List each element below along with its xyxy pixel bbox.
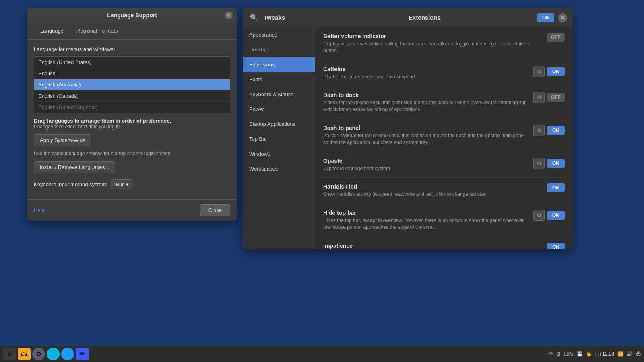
tab-language[interactable]: Language xyxy=(34,23,70,39)
sidebar-item-fonts[interactable]: Fonts xyxy=(243,72,315,87)
toggle-caffeine[interactable]: ON xyxy=(547,67,565,76)
close-button[interactable]: Close xyxy=(200,204,230,216)
sidebar-item-power[interactable]: Power xyxy=(243,102,315,117)
screen-icon[interactable]: 🖥 xyxy=(556,351,561,357)
drag-hint: Drag languages to arrange them in order … xyxy=(34,118,230,130)
browser-blue-icon[interactable]: 🌐 xyxy=(61,348,74,360)
sidebar-item-appearance[interactable]: Appearance xyxy=(243,27,315,42)
email-icon[interactable]: ✉ xyxy=(549,351,553,357)
ext-name-dash-dock: Dash to dock xyxy=(323,92,528,98)
tweaks-body: Appearance Desktop Extensions Fonts Keyb… xyxy=(243,27,573,249)
tweaks-title: Tweaks xyxy=(264,14,312,21)
toggle-dash-panel[interactable]: ON xyxy=(547,126,565,135)
ext-info-caffeine: Caffeine Disable the screensaver and aut… xyxy=(323,66,528,80)
help-button[interactable]: Help xyxy=(34,207,45,213)
tweaks-section-title: Extensions xyxy=(316,14,533,21)
speed-indicator: 0B/s xyxy=(564,351,574,357)
dialog-close-button[interactable]: ✕ xyxy=(225,11,233,19)
dialog-footer: Help Close xyxy=(27,199,237,221)
drag-hint-bold: Drag languages to arrange them in order … xyxy=(34,118,230,124)
gear-caffeine[interactable]: ⚙ xyxy=(533,66,545,77)
gear-gpaste[interactable]: ⚙ xyxy=(533,158,545,169)
ext-info-harddisk-led: Harddisk led Show harddisk activity (io … xyxy=(323,183,542,198)
volume-icon[interactable]: 🔊 xyxy=(627,351,633,357)
dialog-titlebar: Language Support ✕ xyxy=(27,8,237,23)
toggle-harddisk-led[interactable]: ON xyxy=(547,183,565,192)
toggle-hide-topbar[interactable]: ON xyxy=(547,211,565,220)
active-app-icon[interactable]: ✏ xyxy=(76,348,89,360)
sidebar-item-keyboard-mouse[interactable]: Keyboard & Mouse xyxy=(243,87,315,102)
browser-teal-icon[interactable]: 🌐 xyxy=(47,348,60,360)
power-icon[interactable]: ⏻ xyxy=(636,351,641,357)
wifi-icon[interactable]: 📶 xyxy=(617,351,623,357)
dialog-title: Language Support xyxy=(107,12,157,19)
ext-desc-dash-panel: An icon taskbar for the gnome shell. thi… xyxy=(323,132,528,146)
ext-item-harddisk-led: Harddisk led Show harddisk activity (io … xyxy=(315,178,573,204)
ext-info-dash-dock: Dash to dock A dock for the gnome shell.… xyxy=(323,92,528,113)
ext-name-caffeine: Caffeine xyxy=(323,66,528,72)
lang-item-us[interactable]: English (United States) xyxy=(34,57,230,68)
ext-controls-harddisk-led: ON xyxy=(547,183,565,192)
language-list: English (United States) English English … xyxy=(34,56,230,113)
sidebar-item-topbar[interactable]: Top Bar xyxy=(243,132,315,146)
ext-controls-caffeine: ⚙ ON xyxy=(533,66,565,77)
keyboard-method-select[interactable]: IBus ▾ xyxy=(111,179,133,189)
tweaks-sidebar: Appearance Desktop Extensions Fonts Keyb… xyxy=(243,27,315,249)
sidebar-item-desktop[interactable]: Desktop xyxy=(243,42,315,57)
hand-icon[interactable]: 🖐 xyxy=(586,351,592,357)
settings-icon[interactable]: ⚙ xyxy=(32,348,45,360)
ext-info-hide-topbar: Hide top bar Hides the top bar, except i… xyxy=(323,210,528,231)
toggle-better-volume[interactable]: OFF xyxy=(547,33,565,42)
ext-controls-dash-dock: ⚙ OFF xyxy=(533,92,565,103)
gear-dash-dock[interactable]: ⚙ xyxy=(533,92,545,103)
ext-info-impatience: Impatience Speed up the gnome-shell anim… xyxy=(323,243,542,249)
tab-regional-formats[interactable]: Regional Formats xyxy=(70,23,124,39)
apply-system-wide-button[interactable]: Apply System-Wide xyxy=(34,134,91,146)
ext-controls-hide-topbar: ⚙ ON xyxy=(533,210,565,221)
sidebar-item-windows[interactable]: Windows xyxy=(243,146,315,161)
toggle-gpaste[interactable]: ON xyxy=(547,159,565,168)
ext-desc-better-volume: Display volume level while scrolling the… xyxy=(323,41,542,54)
ext-item-hide-topbar: Hide top bar Hides the top bar, except i… xyxy=(315,204,573,237)
ext-info-dash-panel: Dash to panel An icon taskbar for the gn… xyxy=(323,125,528,146)
storage-icon[interactable]: 💾 xyxy=(577,351,583,357)
ext-item-better-volume: Better volume indicator Display volume l… xyxy=(315,27,573,60)
lang-item-uk[interactable]: English (United Kingdom) xyxy=(34,102,230,113)
language-dialog: Language Support ✕ Language Regional For… xyxy=(27,8,237,221)
ext-name-better-volume: Better volume indicator xyxy=(323,33,542,39)
tweaks-close-button[interactable]: ✕ xyxy=(558,13,567,22)
tweaks-on-button[interactable]: ON xyxy=(537,13,554,22)
ext-name-hide-topbar: Hide top bar xyxy=(323,210,528,216)
ext-name-harddisk-led: Harddisk led xyxy=(323,183,542,190)
ext-desc-gpaste: Clipboard management system xyxy=(323,165,528,172)
ext-desc-hide-topbar: Hides the top bar, except in overview. h… xyxy=(323,217,528,231)
ext-item-gpaste: Gpaste Clipboard management system ⚙ ON xyxy=(315,152,573,178)
apps-grid-icon[interactable]: ⠿ xyxy=(3,348,16,360)
tweaks-window: 🔍 Tweaks Extensions ON ✕ Appearance Desk… xyxy=(243,8,573,249)
lang-item-au[interactable]: English (Australia) xyxy=(34,79,230,90)
ext-desc-dash-dock: A dock for the gnome shell. this extensi… xyxy=(323,99,528,113)
files-icon[interactable]: 🗂 xyxy=(18,348,31,360)
ext-controls-dash-panel: ⚙ ON xyxy=(533,125,565,136)
sidebar-item-extensions[interactable]: Extensions xyxy=(243,57,315,72)
ext-name-dash-panel: Dash to panel xyxy=(323,125,528,131)
sidebar-item-workspaces[interactable]: Workspaces xyxy=(243,161,315,176)
search-button[interactable]: 🔍 xyxy=(248,12,260,23)
ext-desc-caffeine: Disable the screensaver and auto suspend xyxy=(323,74,528,80)
gear-hide-topbar[interactable]: ⚙ xyxy=(533,210,545,221)
lang-item-ca[interactable]: English (Canada) xyxy=(34,90,230,102)
datetime: Fri 12:28 xyxy=(595,351,614,357)
gear-dash-panel[interactable]: ⚙ xyxy=(533,125,545,136)
ext-name-gpaste: Gpaste xyxy=(323,158,528,164)
lang-item-en[interactable]: English xyxy=(34,68,230,79)
ext-info-gpaste: Gpaste Clipboard management system xyxy=(323,158,528,172)
toggle-dash-dock[interactable]: OFF xyxy=(547,93,565,102)
toggle-impatience[interactable]: ON xyxy=(547,243,565,249)
ext-controls-gpaste: ⚙ ON xyxy=(533,158,565,169)
install-remove-button[interactable]: Install / Remove Languages... xyxy=(34,161,115,173)
sidebar-item-startup[interactable]: Startup Applications xyxy=(243,117,315,132)
ext-controls-better-volume: OFF xyxy=(547,33,565,42)
ext-desc-harddisk-led: Show harddisk activity (io speed read/wr… xyxy=(323,191,542,198)
drag-hint-sub: Changes take effect next time you log in… xyxy=(34,124,230,130)
ext-controls-impatience: ON xyxy=(547,243,565,249)
